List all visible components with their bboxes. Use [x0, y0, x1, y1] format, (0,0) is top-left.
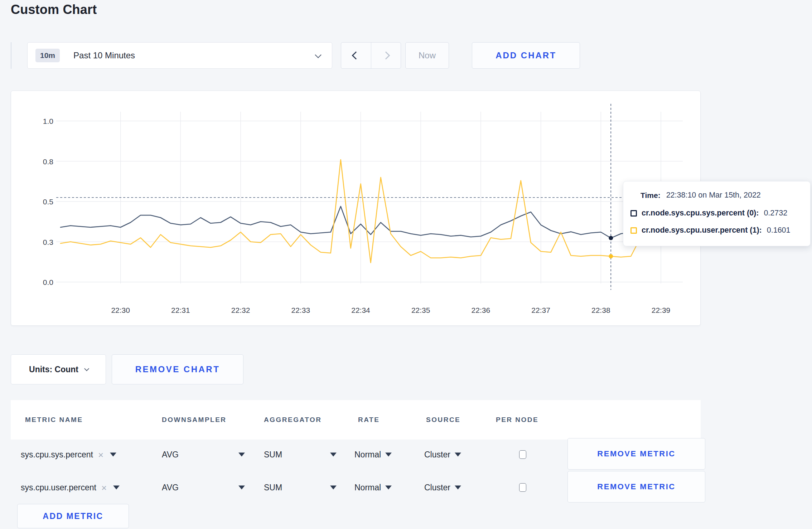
svg-text:0.0: 0.0 [43, 278, 53, 286]
next-time-button[interactable] [371, 43, 401, 68]
clear-metric-icon[interactable]: × [101, 483, 107, 492]
svg-text:22:36: 22:36 [472, 306, 490, 314]
time-range-select[interactable]: 10m Past 10 Minutes [27, 42, 332, 69]
aggregator-select[interactable]: SUM [264, 450, 337, 460]
col-header-metric-name: METRIC NAME [25, 416, 83, 424]
col-header-rate: RATE [358, 416, 380, 424]
caret-down-icon [455, 453, 461, 457]
svg-text:22:38: 22:38 [591, 306, 610, 314]
rate-value: Normal [354, 483, 381, 492]
remove-metric-button[interactable]: REMOVE METRIC [567, 438, 705, 470]
metric-name: sys.cpu.user.percent [21, 483, 96, 492]
metric-name: sys.cpu.sys.percent [21, 450, 93, 460]
units-label: Units: Count [29, 365, 78, 374]
aggregator-value: SUM [264, 483, 282, 492]
caret-down-icon [330, 453, 337, 457]
tooltip-series-label: cr.node.sys.cpu.user.percent (1): [642, 226, 762, 235]
chevron-down-icon [315, 52, 321, 58]
caret-down-icon [330, 486, 337, 490]
metrics-table-header: METRIC NAME DOWNSAMPLER AGGREGATOR RATE … [11, 400, 701, 440]
prev-time-button[interactable] [341, 43, 371, 68]
per-node-checkbox[interactable] [519, 450, 526, 459]
svg-text:0.3: 0.3 [43, 238, 53, 246]
remove-metric-button[interactable]: REMOVE METRIC [567, 471, 705, 503]
caret-down-icon [455, 486, 461, 490]
chevron-down-icon [84, 366, 89, 371]
time-nav-group [341, 42, 401, 69]
metric-name-select[interactable]: sys.cpu.user.percent × [21, 483, 120, 492]
svg-text:22:35: 22:35 [411, 306, 430, 314]
add-metric-button[interactable]: ADD METRIC [17, 504, 129, 528]
now-button[interactable]: Now [405, 42, 449, 69]
metric-row: sys.cpu.user.percent × AVG SUM Normal Cl… [11, 471, 701, 504]
remove-chart-button[interactable]: REMOVE CHART [112, 354, 243, 384]
source-select[interactable]: Cluster [424, 450, 461, 460]
downsampler-select[interactable]: AVG [162, 450, 245, 460]
svg-text:22:31: 22:31 [171, 306, 190, 314]
page-title: Custom Chart [11, 2, 97, 17]
svg-text:22:32: 22:32 [231, 306, 250, 314]
aggregator-value: SUM [264, 450, 282, 460]
per-node-checkbox[interactable] [519, 483, 526, 492]
source-value: Cluster [424, 483, 450, 492]
svg-text:22:39: 22:39 [652, 306, 671, 314]
series-swatch-icon [630, 210, 637, 217]
chevron-left-icon [352, 52, 360, 60]
svg-text:22:37: 22:37 [531, 306, 550, 314]
col-header-aggregator: AGGREGATOR [264, 416, 322, 424]
custom-chart-page: Custom Chart 10m Past 10 Minutes Now ADD… [0, 0, 812, 529]
tooltip-series-label: cr.node.sys.cpu.sys.percent (0): [642, 209, 759, 218]
svg-text:22:34: 22:34 [351, 306, 370, 314]
per-node-cell [519, 483, 526, 492]
rate-select[interactable]: Normal [354, 450, 392, 460]
caret-down-icon[interactable] [110, 453, 116, 457]
toolbar-divider [11, 42, 11, 69]
downsampler-select[interactable]: AVG [162, 483, 245, 492]
series-swatch-icon [630, 227, 637, 234]
time-range-badge: 10m [35, 49, 60, 62]
tooltip-time-label: Time: [641, 191, 661, 200]
col-header-downsampler: DOWNSAMPLER [162, 416, 227, 424]
chart-panel[interactable]: 0.00.30.50.81.022:3022:3122:3222:3322:34… [11, 91, 701, 326]
add-chart-button[interactable]: ADD CHART [472, 42, 580, 69]
tooltip-series-row: cr.node.sys.cpu.user.percent (1): 0.1601 [630, 226, 791, 235]
caret-down-icon [238, 486, 245, 490]
caret-down-icon[interactable] [113, 486, 120, 490]
clear-metric-icon[interactable]: × [98, 450, 103, 459]
caret-down-icon [238, 453, 245, 457]
units-select[interactable]: Units: Count [11, 354, 106, 384]
time-range-label: Past 10 Minutes [73, 50, 135, 60]
rate-value: Normal [354, 450, 381, 460]
svg-text:1.0: 1.0 [43, 117, 53, 125]
source-value: Cluster [424, 450, 450, 460]
tooltip-series-value: 0.1601 [767, 226, 791, 235]
chevron-right-icon [382, 52, 390, 60]
svg-text:0.5: 0.5 [43, 198, 53, 206]
svg-text:22:33: 22:33 [291, 306, 310, 314]
svg-text:22:30: 22:30 [111, 306, 130, 314]
timeseries-chart: 0.00.30.50.81.022:3022:3122:3222:3322:34… [11, 91, 700, 325]
metric-name-select[interactable]: sys.cpu.sys.percent × [21, 450, 116, 460]
svg-text:0.8: 0.8 [43, 157, 53, 166]
downsampler-value: AVG [162, 483, 179, 492]
col-header-per-node: PER NODE [496, 416, 538, 424]
rate-select[interactable]: Normal [354, 483, 392, 492]
downsampler-value: AVG [162, 450, 179, 460]
tooltip-time-value: 22:38:10 on Mar 15th, 2022 [666, 191, 761, 200]
tooltip-series-value: 0.2732 [764, 209, 787, 218]
metric-row: sys.cpu.sys.percent × AVG SUM Normal Clu… [11, 438, 701, 471]
per-node-cell [519, 450, 526, 459]
caret-down-icon [385, 453, 392, 457]
aggregator-select[interactable]: SUM [264, 483, 337, 492]
source-select[interactable]: Cluster [424, 483, 461, 492]
tooltip-series-row: cr.node.sys.cpu.sys.percent (0): 0.2732 [630, 209, 787, 218]
tooltip-time-row: Time: 22:38:10 on Mar 15th, 2022 [641, 191, 761, 200]
col-header-source: SOURCE [426, 416, 460, 424]
chart-tooltip: Time: 22:38:10 on Mar 15th, 2022 cr.node… [623, 181, 811, 246]
caret-down-icon [385, 486, 392, 490]
